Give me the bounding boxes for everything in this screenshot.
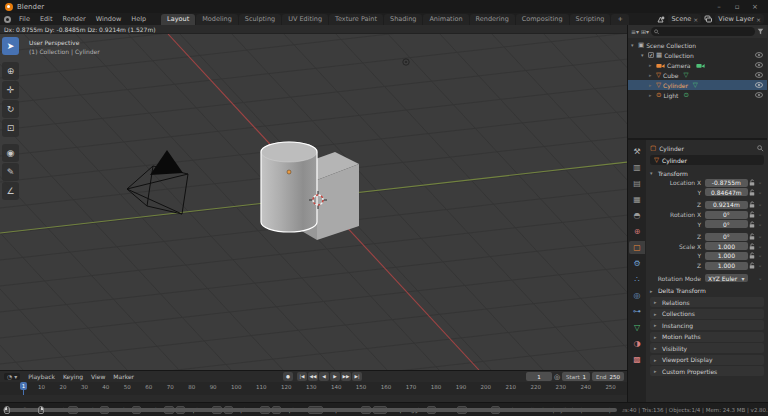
tab-scripting[interactable]: Scripting <box>570 14 611 25</box>
rotate-tool[interactable]: ↻ <box>2 100 19 118</box>
unlink-scene-icon[interactable]: × <box>693 16 698 23</box>
animate-decorator-icon[interactable]: ◦ <box>756 211 764 218</box>
constraints-tab[interactable]: ⊶ <box>629 305 645 318</box>
lock-icon[interactable] <box>748 221 757 228</box>
jump-to-end-button[interactable]: ▶| <box>352 372 362 381</box>
hide-eye-icon[interactable] <box>755 82 763 88</box>
tab-compositing[interactable]: Compositing <box>516 14 569 25</box>
view-layer-selector[interactable]: View Layer × <box>715 14 764 24</box>
auto-key-button[interactable]: ● <box>283 372 293 381</box>
lock-icon[interactable] <box>748 189 757 196</box>
hide-eye-icon[interactable] <box>755 72 763 78</box>
frame-start-field[interactable]: Start1 <box>562 372 590 381</box>
light-object[interactable] <box>403 59 409 65</box>
properties-panel-header[interactable]: ▸Visibility <box>650 343 764 353</box>
world-tab[interactable]: ⊕ <box>629 225 645 238</box>
transform-value-field[interactable]: 1.000 <box>705 262 747 270</box>
rotation-mode-dropdown[interactable]: XYZ Euler▾ <box>705 274 748 282</box>
hide-eye-icon[interactable] <box>755 92 763 98</box>
transform-value-field[interactable]: 0° <box>705 233 747 241</box>
animate-decorator-icon[interactable]: ◦ <box>756 275 764 282</box>
lock-icon[interactable] <box>748 179 757 186</box>
object-data-tab[interactable]: ▽ <box>629 321 645 334</box>
tab-sculpting[interactable]: Sculpting <box>239 14 281 25</box>
properties-panel-header[interactable]: ▸Viewport Display <box>650 355 764 365</box>
outliner-row-cube[interactable]: ▸ ▽ Cube ▽ <box>628 70 767 80</box>
lock-icon[interactable] <box>748 252 757 259</box>
3d-viewport[interactable]: Dx: 0.8755m Dy: -0.8485m Dz: 0.9214m (1.… <box>0 25 627 370</box>
outliner-row-camera[interactable]: ▸ Camera <box>628 60 767 70</box>
disclosure-icon[interactable]: ▾ <box>641 52 646 58</box>
animate-decorator-icon[interactable]: ◦ <box>756 201 764 208</box>
properties-search-icon[interactable] <box>757 145 764 152</box>
delta-transform-panel-header[interactable]: ▸Delta Transform <box>650 286 764 296</box>
physics-tab[interactable]: ◎ <box>629 289 645 302</box>
scale-tool[interactable]: ⊡ <box>2 119 19 137</box>
animate-decorator-icon[interactable]: ◦ <box>756 189 764 196</box>
next-keyframe-button[interactable]: ▶▶ <box>341 372 351 381</box>
tab-layout[interactable]: Layout <box>161 14 195 25</box>
transform-value-field[interactable]: 0° <box>705 220 747 228</box>
menu-item[interactable]: Edit <box>35 15 58 23</box>
filter-icon[interactable] <box>757 28 764 35</box>
transform-value-field[interactable]: 0.9214m <box>705 201 747 209</box>
animate-decorator-icon[interactable]: ◦ <box>756 252 764 259</box>
close-button[interactable]: × <box>747 1 763 12</box>
lock-icon[interactable] <box>748 243 757 250</box>
new-collection-button[interactable]: ⊞▾ <box>641 28 649 35</box>
viewport-canvas[interactable] <box>0 34 627 370</box>
tab-shading[interactable]: Shading <box>384 14 422 25</box>
outliner-row-collection[interactable]: ▾ ✓ ▦ Collection <box>628 50 767 60</box>
current-frame-marker[interactable]: 1 <box>20 382 27 390</box>
hide-eye-icon[interactable] <box>755 62 763 68</box>
transform-value-field[interactable]: 1.000 <box>705 252 747 260</box>
tab-animation[interactable]: Animation <box>423 14 468 25</box>
material-tab[interactable]: ◑ <box>629 337 645 350</box>
menu-item[interactable]: Help <box>126 15 151 23</box>
timeline-menu-item[interactable]: Keying <box>63 373 83 380</box>
timeline-scrollbar[interactable] <box>2 408 623 412</box>
move-tool[interactable]: ✛ <box>2 81 19 99</box>
collection-checkbox[interactable]: ✓ <box>648 52 654 58</box>
lock-icon[interactable] <box>748 211 757 218</box>
transform-value-field[interactable]: 0.84647m <box>705 188 747 196</box>
jump-to-start-button[interactable]: |◀ <box>297 372 307 381</box>
properties-panel-header[interactable]: ▸Relations <box>650 297 764 307</box>
outliner-row-light[interactable]: ▸ ⊙ Light ⊙ <box>628 90 767 100</box>
play-reverse-button[interactable]: ◀ <box>319 372 329 381</box>
outliner-search[interactable] <box>651 27 755 36</box>
animate-decorator-icon[interactable]: ◦ <box>756 243 764 250</box>
scene-tab[interactable]: ◓ <box>629 209 645 222</box>
lock-icon[interactable] <box>748 233 757 240</box>
prev-keyframe-button[interactable]: ◀◀ <box>308 372 318 381</box>
transform-value-field[interactable]: -0.8755m <box>705 179 747 187</box>
animate-decorator-icon[interactable]: ◦ <box>756 262 764 269</box>
tab-uv-editing[interactable]: UV Editing <box>282 14 328 25</box>
tab-texture-paint[interactable]: Texture Paint <box>329 14 383 25</box>
tab-add-workspace[interactable]: + <box>611 14 628 25</box>
tab-rendering[interactable]: Rendering <box>470 14 515 25</box>
disclosure-icon[interactable]: ▾ <box>631 42 636 48</box>
transform-panel-header[interactable]: ▾Transform <box>650 168 764 178</box>
transform-value-field[interactable]: 1.000 <box>705 242 747 250</box>
maximize-button[interactable]: ▫ <box>729 1 745 12</box>
animate-decorator-icon[interactable]: ◦ <box>756 221 764 228</box>
properties-panel-header[interactable]: ▸Custom Properties <box>650 366 764 376</box>
tab-modeling[interactable]: Modeling <box>196 14 238 25</box>
current-frame-field[interactable]: 1 <box>526 372 552 381</box>
output-tab[interactable]: ▤ <box>629 177 645 190</box>
outliner-row-cylinder[interactable]: ▸ ▽ Cylinder ▽ <box>628 80 767 90</box>
select-box-tool[interactable]: ➤ <box>2 37 19 55</box>
minimize-button[interactable]: – <box>711 1 727 12</box>
search-input[interactable] <box>662 29 752 35</box>
cursor-tool[interactable]: ⊕ <box>2 62 19 80</box>
menu-item[interactable]: File <box>14 15 35 23</box>
render-tab[interactable]: ▥ <box>629 161 645 174</box>
view-layer-tab[interactable]: ▦ <box>629 193 645 206</box>
play-button[interactable]: ▶ <box>330 372 340 381</box>
unlink-view-layer-icon[interactable]: × <box>756 16 761 23</box>
scene-selector[interactable]: Scene × <box>668 14 701 24</box>
cylinder-object[interactable] <box>261 142 317 232</box>
display-mode-dropdown[interactable]: ≡▾ <box>631 28 639 35</box>
measure-tool[interactable]: ∠ <box>2 182 19 200</box>
